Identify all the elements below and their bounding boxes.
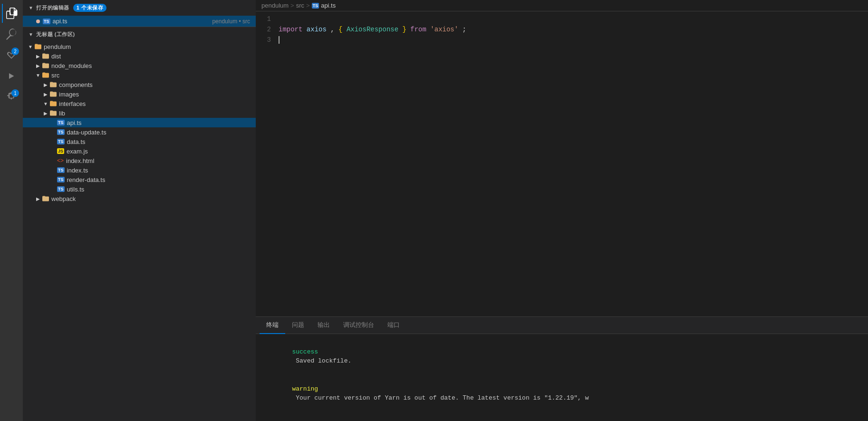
folder-arrow-dist <box>34 52 42 60</box>
code-line-3: 3 <box>256 36 868 47</box>
tree-item-components[interactable]: components <box>23 80 256 89</box>
tree-item-images[interactable]: images <box>23 89 256 99</box>
tree-item-data-update-ts[interactable]: TS data-update.ts <box>23 127 256 137</box>
line-content-3 <box>279 36 864 44</box>
activity-bar: 2 1 <box>0 0 23 421</box>
folder-arrow-node-modules <box>34 62 42 69</box>
tree-label-interfaces: interfaces <box>59 100 86 107</box>
ts-icon: TS <box>43 19 50 24</box>
open-editors-header[interactable]: ▼ 打开的编辑器 1 个未保存 <box>23 0 256 16</box>
ts-icon-data-update: TS <box>57 129 65 135</box>
tree-label-exam-js: exam.js <box>67 148 88 155</box>
editor-file-path: pendulum • src <box>212 18 250 25</box>
line-content-2: import axios , { AxiosResponse } from 'a… <box>279 26 864 33</box>
tree-label-images: images <box>59 91 79 98</box>
empty-arrow-2 <box>49 128 57 136</box>
term-line-info: info To upgrade, run the following comma… <box>262 412 861 421</box>
tab-debug-console[interactable]: 调试控制台 <box>337 317 381 334</box>
tree-label-index-html: index.html <box>66 157 94 164</box>
tree-label-api-ts: api.ts <box>67 119 82 126</box>
tree-label-utils-ts: utils.ts <box>67 186 85 193</box>
breadcrumb-sep-1: > <box>290 2 294 9</box>
unsaved-dot <box>36 19 40 23</box>
search-icon[interactable] <box>2 25 21 44</box>
tree-label-components: components <box>59 81 93 88</box>
ts-file-icon: TS <box>57 120 65 125</box>
breadcrumb-sep-2: > <box>306 2 310 9</box>
tree-item-data-ts[interactable]: TS data.ts <box>23 137 256 146</box>
term-success-text: Saved lockfile. <box>292 357 351 364</box>
axios-identifier: axios <box>307 26 327 33</box>
breadcrumb: pendulum > src > TS api.ts <box>256 0 868 11</box>
source-control-icon[interactable]: 2 <box>2 46 21 65</box>
term-success-label: success <box>292 348 318 355</box>
open-editors-label: 打开的编辑器 <box>36 4 69 11</box>
terminal-tabs: 终端 问题 输出 调试控制台 端口 <box>256 317 868 334</box>
code-editor[interactable]: 1 2 import axios , { AxiosResponse } fro… <box>256 11 868 316</box>
tree-item-dist[interactable]: dist <box>23 51 256 61</box>
tree-label-src: src <box>51 72 59 79</box>
source-control-badge: 2 <box>11 48 19 55</box>
tree-label-pendulum: pendulum <box>44 43 71 50</box>
folder-arrow-webpack <box>34 195 42 202</box>
tree-item-index-html[interactable]: <> index.html <box>23 156 256 165</box>
run-icon[interactable] <box>2 67 21 86</box>
ts-icon-index: TS <box>57 167 65 173</box>
editor-file-name: api.ts <box>53 18 210 25</box>
sidebar: ▼ 打开的编辑器 1 个未保存 TS api.ts pendulum • src… <box>23 0 256 421</box>
tree-item-webpack[interactable]: webpack <box>23 194 256 203</box>
extensions-icon[interactable]: 1 <box>2 87 21 106</box>
breadcrumb-src: src <box>296 2 304 9</box>
line-number-3: 3 <box>256 36 279 44</box>
tree-item-src[interactable]: src <box>23 70 256 80</box>
tree-item-utils-ts[interactable]: TS utils.ts <box>23 184 256 194</box>
string-axios: 'axios' <box>430 26 458 33</box>
terminal-content: success Saved lockfile. warning Your cur… <box>256 334 868 421</box>
tree-item-interfaces[interactable]: interfaces <box>23 99 256 108</box>
editor-tab-item[interactable]: TS api.ts pendulum • src <box>23 16 256 27</box>
tree-item-render-data-ts[interactable]: TS render-data.ts <box>23 175 256 184</box>
workspace-header[interactable]: ▼ 无标题 (工作区) <box>23 27 256 42</box>
folder-arrow-pendulum <box>27 43 34 50</box>
tab-ports[interactable]: 端口 <box>381 317 406 334</box>
open-editors-arrow: ▼ <box>29 5 33 10</box>
tree-label-dist: dist <box>51 53 61 60</box>
empty-arrow <box>49 119 57 126</box>
open-editors-section: ▼ 打开的编辑器 1 个未保存 TS api.ts pendulum • src <box>23 0 256 27</box>
brace-open: { <box>338 26 342 33</box>
editor-cursor <box>279 36 280 44</box>
unsaved-badge: 1 个未保存 <box>73 4 106 12</box>
breadcrumb-filename: api.ts <box>321 2 336 9</box>
ts-icon-render-data: TS <box>57 177 65 182</box>
empty-arrow-3 <box>49 138 57 145</box>
term-warning-label: warning <box>292 385 318 392</box>
js-icon-exam: JS <box>57 148 64 154</box>
comma: , <box>330 26 338 33</box>
empty-arrow-8 <box>49 185 57 193</box>
empty-arrow-5 <box>49 157 57 164</box>
brace-close: } <box>403 26 406 33</box>
breadcrumb-pendulum: pendulum <box>261 2 289 9</box>
tree-item-exam-js[interactable]: JS exam.js <box>23 146 256 156</box>
term-line-warning: warning Your current version of Yarn is … <box>262 375 861 412</box>
tab-problems[interactable]: 问题 <box>285 317 311 334</box>
ts-icon-data: TS <box>57 139 65 144</box>
tree-label-data-update-ts: data-update.ts <box>67 129 106 136</box>
folder-arrow-interfaces <box>42 100 49 107</box>
tree-label-node-modules: node_modules <box>51 62 92 69</box>
tab-terminal[interactable]: 终端 <box>260 317 285 334</box>
tree-label-index-ts: index.ts <box>67 167 88 174</box>
files-icon[interactable] <box>2 4 21 23</box>
empty-arrow-4 <box>49 147 57 155</box>
tree-item-pendulum[interactable]: pendulum <box>23 42 256 51</box>
main-area: pendulum > src > TS api.ts 1 2 import ax… <box>256 0 868 421</box>
tree-item-lib[interactable]: lib <box>23 108 256 118</box>
tree-item-api-ts[interactable]: TS api.ts <box>23 118 256 127</box>
axiosresponse-identifier: AxiosResponse <box>347 26 398 33</box>
tree-item-node-modules[interactable]: node_modules <box>23 61 256 70</box>
line-number-2: 2 <box>256 26 279 33</box>
tab-output[interactable]: 输出 <box>311 317 337 334</box>
folder-arrow-images <box>42 90 49 98</box>
code-line-1: 1 <box>256 15 868 26</box>
tree-item-index-ts[interactable]: TS index.ts <box>23 165 256 175</box>
